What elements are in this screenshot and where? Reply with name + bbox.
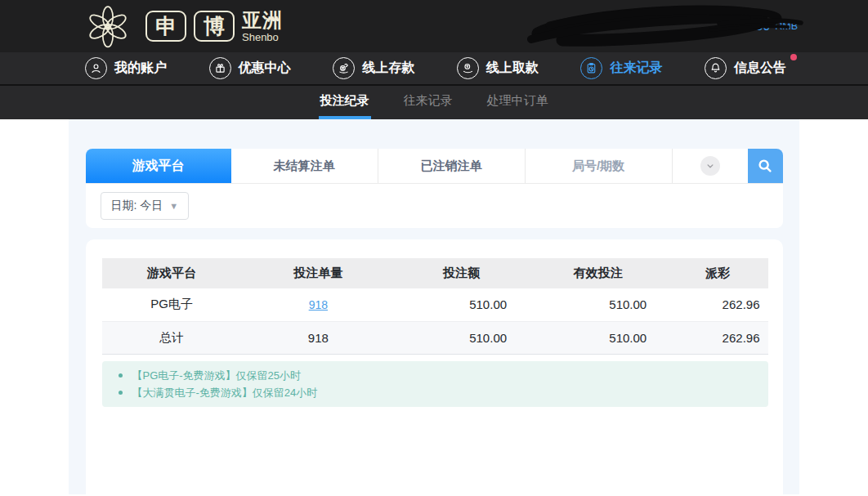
logo-region-text: 亚洲 — [242, 11, 283, 30]
date-select-label: 日期: 今日 — [111, 199, 163, 213]
col-header-bet-amount: 投注额 — [395, 258, 528, 288]
nav-label: 我的账户 — [114, 60, 167, 77]
page-body: 游戏平台 未结算注单 已注销注单 局号/期数 日期: 今日 — [0, 119, 868, 494]
nav-item-my-account[interactable]: 我的账户 — [85, 57, 167, 79]
cell-payout: 262.96 — [668, 288, 767, 321]
nav-label: 往来记录 — [610, 60, 662, 77]
search-button[interactable] — [748, 149, 783, 183]
nav-label: 信息公告 — [734, 60, 786, 77]
main-navigation: 我的账户 优惠中心 线上存款 线上取款 往来记录 信息公告 — [0, 52, 868, 86]
cell-total-payout: 262.96 — [668, 321, 767, 354]
subnav-tab-transaction-records[interactable]: 往来记录 — [402, 86, 454, 119]
tab-unsettled-bets[interactable]: 未结算注单 — [231, 149, 378, 183]
table-total-row: 总计 918 510.00 510.00 262.96 — [102, 321, 768, 354]
cell-bet-amount: 510.00 — [395, 288, 528, 321]
cell-total-bet-amount: 510.00 — [395, 321, 528, 354]
logo-char-shen: 申 — [145, 11, 186, 42]
bet-summary-card: 游戏平台 投注单量 投注额 有效投注 派彩 PG电子 918 510.00 51 — [86, 239, 783, 494]
bet-count-link[interactable]: 918 — [309, 298, 328, 311]
tab-game-platform[interactable]: 游戏平台 — [86, 149, 231, 183]
notice-box: 【PG电子-免费游戏】仅保留25小时 【大满贯电子-免费游戏】仅保留24小时 — [102, 361, 768, 407]
user-icon — [85, 57, 107, 79]
balance-currency: RMB — [775, 20, 798, 32]
cell-valid-bet: 510.00 — [528, 288, 668, 321]
filter-row: 日期: 今日 ▼ — [86, 184, 783, 228]
account-balance[interactable]: 0.50 RMB — [722, 0, 798, 52]
flower-logo-icon — [78, 2, 138, 50]
notice-item: 【大满贯电子-免费游戏】仅保留24小时 — [115, 384, 755, 401]
caret-down-icon: ▼ — [169, 201, 178, 211]
col-header-platform: 游戏平台 — [102, 258, 242, 288]
table-row: PG电子 918 510.00 510.00 262.96 — [102, 288, 768, 321]
nav-item-announcements[interactable]: 信息公告 — [705, 57, 786, 79]
records-icon — [580, 57, 602, 79]
nav-item-deposit[interactable]: 线上存款 — [333, 57, 414, 79]
logo-char-bo: 博 — [194, 11, 235, 42]
bet-summary-table: 游戏平台 投注单量 投注额 有效投注 派彩 PG电子 918 510.00 51 — [102, 258, 768, 355]
subnav-tab-pending-orders[interactable]: 处理中订单 — [485, 86, 550, 119]
subnav-tab-bet-records[interactable]: 投注纪录 — [319, 86, 371, 119]
gift-icon — [209, 57, 231, 79]
notice-text: 【PG电子-免费游戏】仅保留25小时 — [132, 367, 302, 384]
chevron-down-icon — [700, 156, 720, 176]
notification-dot — [790, 54, 797, 60]
brand-logo[interactable]: 申 博 亚洲 Shenbo — [78, 2, 283, 50]
nav-item-promotions[interactable]: 优惠中心 — [209, 57, 291, 79]
cell-bet-count: 918 — [242, 288, 395, 321]
search-icon — [756, 157, 774, 175]
content-column: 游戏平台 未结算注单 已注销注单 局号/期数 日期: 今日 — [69, 119, 799, 494]
col-header-bet-count: 投注单量 — [242, 258, 395, 288]
balance-amount: 0.50 — [745, 19, 770, 34]
date-range-select[interactable]: 日期: 今日 ▼ — [101, 192, 190, 220]
cell-total-bet-count: 918 — [242, 321, 395, 354]
expand-filters-button[interactable] — [673, 149, 748, 183]
top-header: 申 博 亚洲 Shenbo 0.50 RMB — [0, 0, 868, 52]
round-number-input[interactable]: 局号/期数 — [526, 149, 673, 183]
sub-navigation: 投注纪录 往来记录 处理中订单 — [0, 86, 868, 119]
deposit-icon — [333, 57, 355, 79]
col-header-valid-bet: 有效投注 — [528, 258, 668, 288]
col-header-payout: 派彩 — [668, 258, 767, 288]
nav-item-withdraw[interactable]: 线上取款 — [457, 57, 539, 79]
cell-total-valid-bet: 510.00 — [528, 321, 668, 354]
tab-cancelled-bets[interactable]: 已注销注单 — [378, 149, 526, 183]
withdraw-icon — [457, 57, 479, 79]
logo-subtitle: Shenbo — [242, 32, 283, 42]
cell-total-label: 总计 — [102, 321, 242, 354]
bullet-icon — [119, 391, 123, 395]
bell-icon — [705, 57, 727, 79]
nav-item-transaction-records[interactable]: 往来记录 — [580, 57, 662, 79]
notice-item: 【PG电子-免费游戏】仅保留25小时 — [115, 367, 755, 384]
notice-text: 【大满贯电子-免费游戏】仅保留24小时 — [132, 384, 318, 401]
nav-label: 线上存款 — [362, 60, 414, 77]
nav-label: 线上取款 — [486, 60, 539, 77]
nav-label: 优惠中心 — [239, 60, 291, 77]
balance-icon — [722, 17, 740, 35]
bullet-icon — [119, 373, 123, 378]
filter-tab-bar: 游戏平台 未结算注单 已注销注单 局号/期数 — [86, 149, 783, 184]
table-header-row: 游戏平台 投注单量 投注额 有效投注 派彩 — [102, 258, 768, 288]
cell-platform: PG电子 — [102, 288, 242, 321]
